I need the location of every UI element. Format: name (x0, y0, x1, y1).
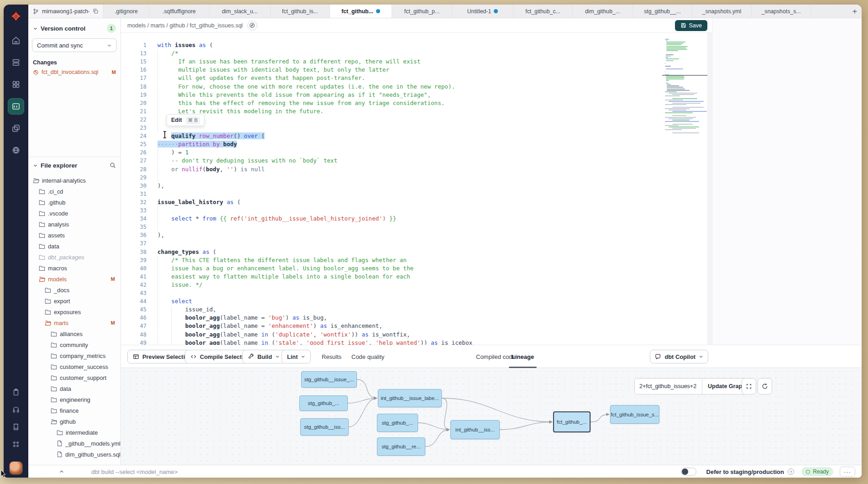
lineage-node-fct_github_issue_s[interactable]: fct_github_issue_s... (610, 405, 659, 424)
defer-toggle[interactable] (681, 468, 696, 476)
tab-fct_github_is...[interactable]: fct_github_is... (271, 5, 330, 18)
lineage-compass-icon[interactable] (247, 21, 257, 31)
status-badge[interactable]: Ready (801, 467, 833, 476)
folder-company_metrics[interactable]: company_metrics (28, 351, 120, 361)
code-line-21[interactable]: 21 Let's revisit this modeling in the fu… (121, 107, 712, 116)
code-line-30[interactable]: 30), (121, 182, 712, 190)
code-line-25[interactable]: 25······partition by body (121, 140, 712, 148)
code-line-29[interactable]: 29 (121, 174, 712, 182)
edit-popover[interactable]: Edit ⌘ B (167, 114, 204, 126)
tab-dim_slack_u...[interactable]: dim_slack_u... (209, 5, 271, 18)
help-icon[interactable]: ? (788, 468, 794, 475)
develop-icon[interactable] (8, 99, 24, 114)
tab-lineage[interactable]: Lineage (512, 345, 534, 368)
code-line-22[interactable]: 22 (121, 116, 712, 124)
lineage-node-stg_github__iss[interactable]: stg_github__iss... (300, 418, 349, 436)
folder-alliances[interactable]: alliances (28, 329, 120, 339)
code-line-38[interactable]: 38change_types as ( (121, 248, 712, 256)
lineage-node-int_github__iss[interactable]: int_github__iss... (450, 420, 500, 439)
code-editor[interactable]: 49 boolor_agg(label_name in ('stale', 'g… (121, 33, 712, 345)
folder-models[interactable]: modelsM (28, 274, 120, 284)
folder-exposures[interactable]: exposures (28, 307, 120, 317)
code-line-13[interactable]: 13 /* (121, 49, 712, 58)
code-line-34[interactable]: 34 select * from {{ ref('int_github__iss… (121, 215, 712, 223)
tab-stg_github__...[interactable]: stg_github__... (633, 5, 692, 18)
folder-github[interactable]: github (28, 416, 120, 426)
code-line-19[interactable]: 19 While this prevents the old issue fro… (121, 91, 712, 99)
dbt-copilot-button[interactable]: dbt Copilot (650, 350, 708, 363)
explore-icon[interactable] (8, 142, 24, 158)
code-line-37[interactable]: 37 (121, 239, 712, 247)
code-line-41[interactable]: 41 easiest way to flatten multiple label… (121, 273, 712, 281)
folder-data[interactable]: data (28, 384, 120, 394)
folder-marts[interactable]: martsM (28, 318, 120, 328)
code-line-42[interactable]: 42 issue. */ (121, 281, 712, 289)
file-explorer-header[interactable]: File explorer (28, 160, 120, 171)
code-line-23[interactable]: 23 (121, 124, 712, 132)
code-line-32[interactable]: 32issue_label_history as ( (121, 198, 712, 206)
lineage-selector-input[interactable] (635, 379, 702, 394)
code-line-39[interactable]: 39 /* This CTE flattens the different is… (121, 256, 712, 264)
minimap-viewport-indicator[interactable] (662, 75, 711, 76)
lineage-node-stg_github__re[interactable]: stg_github__re... (377, 437, 425, 456)
lineage-node-stg_github_[interactable]: stg_github_... (299, 395, 348, 411)
folder-data[interactable]: data (28, 241, 120, 251)
home-icon[interactable] (8, 33, 24, 48)
refresh-button[interactable] (758, 378, 772, 395)
code-line-17[interactable]: 17 will get updates for events that happ… (121, 74, 712, 82)
code-line-15[interactable]: 15 If an issue has been transferred to a… (121, 58, 712, 66)
code-line-45[interactable]: 45 issue_id, (121, 305, 712, 314)
commit-and-sync-button[interactable]: Commit and sync (32, 38, 117, 52)
code-line-24[interactable]: 24 qualify row_number() over ( (121, 132, 712, 140)
code-line-47[interactable]: 47 boolor_agg(label_name = 'enhancement'… (121, 322, 712, 330)
new-tab-button[interactable] (848, 5, 862, 18)
folder-internal-analytics[interactable]: internal-analytics (28, 175, 120, 185)
code-line-35[interactable]: 35 (121, 223, 712, 231)
folder-assets[interactable]: assets (28, 230, 120, 240)
code-line-26[interactable]: 26 ) = 1 (121, 148, 712, 157)
code-line-48[interactable]: 48 boolor_agg(label_name in ('duplicate'… (121, 331, 712, 339)
code-line-18[interactable]: 18 For now, choose the one with more rec… (121, 83, 712, 91)
orchestration-icon[interactable] (8, 121, 24, 136)
dashboard-icon[interactable] (8, 77, 24, 92)
chevron-up-icon[interactable] (55, 465, 68, 478)
command-input[interactable]: dbt build --select <model_name> (91, 465, 178, 478)
folder-intermediate[interactable]: intermediate (28, 427, 120, 437)
code-line-27[interactable]: 27 -- don't try deduping issues with no … (121, 157, 712, 165)
tab-.gitignore[interactable]: .gitignore (104, 5, 149, 18)
code-line-43[interactable]: 43 (121, 289, 712, 297)
code-line-40[interactable]: 40 issue has a bug or enhancement label.… (121, 264, 712, 273)
code-line-28[interactable]: 28 or nullif(body, '') is null (121, 165, 712, 174)
copy-icon[interactable] (93, 8, 99, 14)
code-line-44[interactable]: 44 select (121, 297, 712, 305)
tab-results[interactable]: Results (322, 345, 341, 368)
user-avatar[interactable] (9, 461, 23, 475)
tab-_snapshots.yml[interactable]: _snapshots.yml (692, 5, 752, 18)
clipboard-icon[interactable] (8, 386, 24, 398)
apps-icon[interactable] (8, 438, 24, 450)
tab-fct_github...[interactable]: fct_github... (330, 5, 392, 18)
tab-.sqlfluffignore[interactable]: .sqlfluffignore (149, 5, 209, 18)
folder-export[interactable]: export (28, 296, 120, 306)
fullscreen-button[interactable] (742, 378, 756, 395)
search-icon[interactable] (110, 162, 116, 168)
minimap[interactable] (663, 33, 707, 345)
tab-compiled-code[interactable]: Compiled code (476, 345, 516, 368)
folder-community[interactable]: community (28, 340, 120, 350)
code-line-1[interactable]: 1with issues as ( (121, 41, 712, 49)
folder-_docs[interactable]: _docs (28, 285, 120, 295)
folder-.github[interactable]: .github (28, 197, 120, 207)
code-line-33[interactable]: 33 (121, 206, 712, 215)
build-button[interactable]: Build (242, 350, 285, 363)
folder-customer_support[interactable]: customer_support (28, 373, 120, 383)
editor-scrollbar[interactable] (707, 33, 712, 345)
lineage-node-stg_github__issue_[interactable]: stg_github__issue_... (301, 371, 357, 388)
code-line-46[interactable]: 46 boolor_agg(label_name = 'bug') as is_… (121, 314, 712, 322)
code-line-16[interactable]: 16 multiple issues with identical body t… (121, 66, 712, 74)
folder-macros[interactable]: macros (28, 263, 120, 273)
lineage-node-stg_github_[interactable]: stg_github_... (377, 414, 418, 432)
tab-fct_github_p...[interactable]: fct_github_p... (392, 5, 452, 18)
lint-button[interactable]: Lint (282, 350, 311, 363)
tab-Untitled-1[interactable]: Untitled-1 (452, 5, 513, 18)
folder-customer_success[interactable]: customer_success (28, 362, 120, 372)
